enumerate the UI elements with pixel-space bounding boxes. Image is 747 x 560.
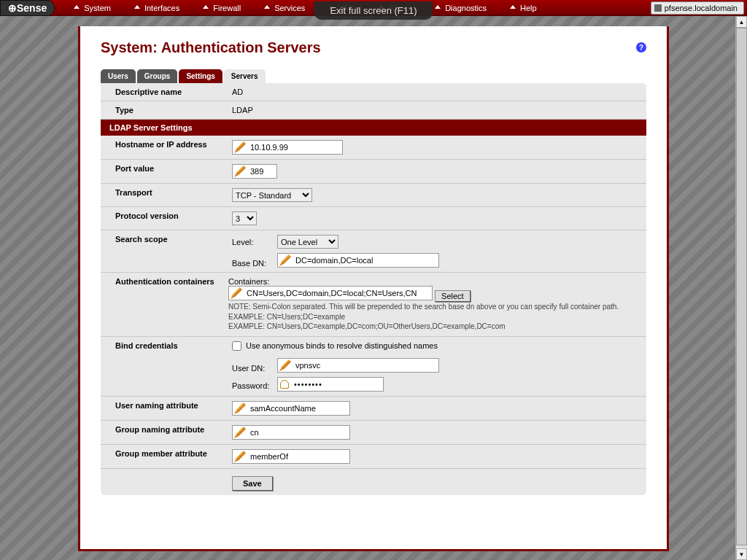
- lock-icon: [280, 380, 289, 389]
- transport-label: Transport: [101, 184, 225, 207]
- page-title-row: System: Authentication Servers ?: [101, 39, 646, 56]
- containers-input[interactable]: [244, 287, 432, 300]
- containers-note2: EXAMPLE: CN=Users;DC=example: [228, 312, 619, 322]
- menu-firewall[interactable]: Firewall: [191, 4, 252, 12]
- desc-name-value: AD: [225, 83, 646, 101]
- scroll-thumb[interactable]: [736, 28, 747, 545]
- protocol-select[interactable]: 3: [232, 211, 257, 225]
- userdn-input[interactable]: [293, 359, 438, 372]
- pencil-icon: [279, 359, 291, 371]
- anon-checkbox[interactable]: [232, 341, 241, 351]
- chevron-icon: [510, 5, 516, 9]
- bind-label: Bind credentials: [101, 336, 225, 397]
- scroll-down-button[interactable]: ▼: [736, 548, 747, 560]
- type-value: LDAP: [225, 101, 646, 120]
- page-title: System: Authentication Servers: [101, 39, 321, 56]
- scroll-up-button[interactable]: ▲: [736, 16, 747, 28]
- pencil-icon: [234, 141, 246, 153]
- scope-label: Search scope: [101, 230, 225, 273]
- pencil-icon: [279, 254, 291, 266]
- host-input[interactable]: [247, 141, 342, 154]
- anon-label: Use anonymous binds to resolve distingui…: [246, 341, 438, 350]
- authc-label: Authentication containers: [101, 273, 225, 337]
- containers-note3: EXAMPLE: CN=Users,DC=example,DC=com;OU=O…: [228, 322, 619, 332]
- menu-interfaces[interactable]: Interfaces: [123, 4, 191, 12]
- basedn-sublabel: Base DN:: [232, 259, 277, 268]
- containers-sublabel: Containers:: [228, 277, 268, 286]
- host-label: Hostname or IP address: [101, 136, 225, 160]
- logo: ⊕Sense: [0, 0, 55, 16]
- hostname-box[interactable]: pfsense.localdomain: [651, 1, 744, 15]
- save-button[interactable]: Save: [232, 476, 273, 491]
- port-input[interactable]: [247, 165, 276, 178]
- tab-groups[interactable]: Groups: [137, 69, 178, 83]
- protocol-label: Protocol version: [101, 207, 225, 230]
- pencil-icon: [234, 166, 246, 177]
- pencil-icon: [234, 427, 246, 438]
- level-select[interactable]: One Level: [277, 235, 338, 249]
- scrollbar[interactable]: ▲ ▼: [735, 16, 747, 560]
- password-sublabel: Password:: [232, 381, 277, 390]
- password-input[interactable]: [291, 378, 383, 391]
- select-button[interactable]: Select: [435, 290, 471, 302]
- chevron-icon: [203, 5, 209, 9]
- menu-system[interactable]: System: [62, 4, 123, 12]
- chevron-icon: [134, 5, 140, 9]
- tab-users[interactable]: Users: [101, 69, 136, 83]
- tab-settings[interactable]: Settings: [179, 69, 222, 83]
- userattr-label: User naming attribute: [101, 397, 225, 421]
- groupattr-input[interactable]: [247, 426, 349, 439]
- help-icon[interactable]: ?: [636, 42, 646, 52]
- transport-select[interactable]: TCP - Standard: [232, 188, 312, 202]
- form-area: Descriptive name AD Type LDAP LDAP Serve…: [101, 83, 646, 495]
- userdn-sublabel: User DN:: [232, 364, 277, 373]
- desc-name-label: Descriptive name: [101, 83, 225, 101]
- tabs: Users Groups Settings Servers: [101, 69, 646, 83]
- fullscreen-hint: Exit full screen (F11): [314, 1, 433, 20]
- tab-servers[interactable]: Servers: [224, 69, 266, 83]
- userattr-input[interactable]: [247, 402, 349, 415]
- section-ldap-settings: LDAP Server Settings: [101, 120, 646, 136]
- memberattr-input[interactable]: [247, 450, 349, 463]
- pencil-icon: [234, 451, 246, 462]
- menu-services[interactable]: Services: [252, 4, 317, 12]
- pencil-icon: [231, 287, 242, 299]
- level-sublabel: Level:: [232, 238, 277, 246]
- plug-icon: [654, 4, 662, 12]
- chevron-icon: [435, 5, 441, 9]
- port-label: Port value: [101, 160, 225, 184]
- type-label: Type: [101, 101, 225, 120]
- menu-help[interactable]: Help: [498, 4, 549, 12]
- chevron-icon: [74, 5, 80, 9]
- content-panel: System: Authentication Servers ? Users G…: [78, 26, 669, 551]
- chevron-icon: [264, 5, 270, 9]
- containers-note1: NOTE: Semi-Colon separated. This will be…: [228, 302, 619, 312]
- groupattr-label: Group naming attribute: [101, 421, 225, 445]
- pencil-icon: [234, 402, 246, 414]
- basedn-input[interactable]: [293, 254, 438, 267]
- memberattr-label: Group member attribute: [101, 445, 225, 469]
- menu-diagnostics[interactable]: Diagnostics: [423, 4, 498, 12]
